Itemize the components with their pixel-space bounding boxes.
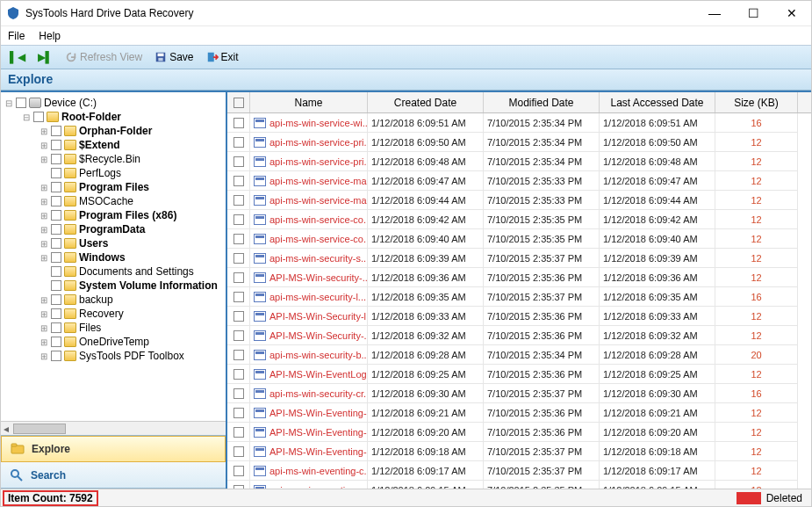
table-row[interactable]: api-ms-win-service-pri...1/12/2018 6:09:…	[227, 152, 811, 171]
row-checkbox[interactable]	[227, 307, 250, 326]
tab-explore[interactable]: Explore	[1, 436, 226, 462]
tree-item[interactable]: ⊞backup	[1, 293, 226, 307]
tree-horizontal-scrollbar[interactable]: ◂	[1, 421, 226, 435]
tree-item[interactable]: ⊟Root-Folder	[1, 110, 226, 124]
table-row[interactable]: API-MS-Win-Security-...1/12/2018 6:09:32…	[227, 326, 811, 345]
row-checkbox[interactable]	[227, 423, 250, 442]
menu-file[interactable]: File	[8, 30, 25, 42]
table-row[interactable]: api-ms-win-service-ma...1/12/2018 6:09:4…	[227, 191, 811, 210]
table-row[interactable]: api-ms-win-service-co...1/12/2018 6:09:4…	[227, 210, 811, 229]
tree-item[interactable]: ⊞Program Files (x86)	[1, 208, 226, 222]
file-icon	[254, 388, 266, 399]
tree-item[interactable]: ⊞Users	[1, 236, 226, 250]
row-checkbox[interactable]	[227, 461, 250, 481]
table-row[interactable]: API-MS-Win-Security-l...1/12/2018 6:09:3…	[227, 307, 811, 326]
table-row[interactable]: api-ms-win-security-b...1/12/2018 6:09:2…	[227, 345, 811, 365]
row-checkbox[interactable]	[227, 229, 250, 249]
row-checkbox[interactable]	[227, 403, 250, 423]
tree-item[interactable]: ⊞Files	[1, 321, 226, 335]
table-row[interactable]: api-ms-win-service-wi...1/12/2018 6:09:5…	[227, 113, 811, 133]
row-checkbox[interactable]	[227, 171, 250, 191]
tree-item[interactable]: ⊞Recovery	[1, 307, 226, 321]
tree-root[interactable]: ⊟ Device (C:)	[1, 96, 226, 110]
menu-help[interactable]: Help	[39, 30, 61, 42]
table-row[interactable]: API-MS-Win-Eventing-...1/12/2018 6:09:21…	[227, 403, 811, 423]
tree-item[interactable]: ⊞Program Files	[1, 180, 226, 194]
col-accessed[interactable]: Last Accessed Date	[600, 92, 715, 112]
maximize-button[interactable]: ☐	[734, 1, 772, 25]
col-name[interactable]: Name	[250, 92, 368, 112]
cell-name: api-ms-win-security-s...	[250, 249, 368, 268]
cell-name: api-ms-win-service-co...	[250, 229, 368, 249]
tree-item[interactable]: ⊞$Extend	[1, 138, 226, 152]
table-row[interactable]: API-MS-Win-Eventing-...1/12/2018 6:09:20…	[227, 423, 811, 442]
row-checkbox[interactable]	[227, 152, 250, 171]
cell-name: api-ms-win-security-l...	[250, 287, 368, 307]
table-row[interactable]: api-ms-win-service-ma...1/12/2018 6:09:4…	[227, 171, 811, 191]
tree-item[interactable]: ⊞ProgramData	[1, 222, 226, 236]
tree-item[interactable]: ⊞PerfLogs	[1, 166, 226, 180]
cell-created: 1/12/2018 6:09:28 AM	[368, 345, 484, 365]
table-row[interactable]: api-ms-win-service-co...1/12/2018 6:09:4…	[227, 229, 811, 249]
close-button[interactable]: ✕	[772, 1, 811, 25]
table-row[interactable]: API-MS-Win-EventLog...1/12/2018 6:09:25 …	[227, 365, 811, 384]
table-row[interactable]: API-MS-Win-security-...1/12/2018 6:09:36…	[227, 268, 811, 287]
row-checkbox[interactable]	[227, 345, 250, 365]
row-checkbox[interactable]	[227, 210, 250, 229]
cell-accessed: 1/12/2018 6:09:28 AM	[600, 345, 715, 365]
row-checkbox[interactable]	[227, 287, 250, 307]
table-row[interactable]: api-ms-win-security-s...1/12/2018 6:09:3…	[227, 249, 811, 268]
cell-modified: 7/10/2015 2:35:34 PM	[484, 345, 600, 365]
file-icon	[254, 234, 266, 244]
cell-created: 1/12/2018 6:09:35 AM	[368, 287, 484, 307]
table-row[interactable]: api-ms-win-security-l...1/12/2018 6:09:3…	[227, 287, 811, 307]
explore-icon	[11, 442, 25, 456]
tree-item[interactable]: ⊞MSOCache	[1, 194, 226, 208]
row-checkbox[interactable]	[227, 326, 250, 345]
table-row[interactable]: API-MS-Win-Eventing-...1/12/2018 6:09:18…	[227, 442, 811, 461]
table-row[interactable]: api-ms-win-service-pri...1/12/2018 6:09:…	[227, 133, 811, 152]
save-button[interactable]: Save	[151, 49, 197, 65]
row-checkbox[interactable]	[227, 191, 250, 210]
col-modified[interactable]: Modified Date	[484, 92, 600, 112]
refresh-button[interactable]: Refresh View	[61, 49, 146, 65]
tree-item[interactable]: ⊞OneDriveTemp	[1, 335, 226, 349]
nav-forward-button[interactable]: ▶▌	[34, 49, 57, 65]
tab-search[interactable]: Search	[1, 462, 226, 489]
refresh-icon	[65, 51, 77, 63]
exit-button[interactable]: Exit	[203, 49, 242, 65]
row-checkbox[interactable]	[227, 133, 250, 152]
cell-name: api-ms-win-security-cr...	[250, 384, 368, 403]
row-checkbox[interactable]	[227, 249, 250, 268]
row-checkbox[interactable]	[227, 365, 250, 384]
cell-accessed: 1/12/2018 6:09:18 AM	[600, 442, 715, 461]
file-icon	[254, 466, 266, 476]
cell-modified: 7/10/2015 2:35:35 PM	[484, 210, 600, 229]
row-checkbox[interactable]	[227, 384, 250, 403]
row-checkbox[interactable]	[227, 442, 250, 461]
tree-item[interactable]: ⊞System Volume Information	[1, 279, 226, 293]
tree-item[interactable]: ⊞Documents and Settings	[1, 264, 226, 279]
col-checkbox[interactable]	[227, 92, 250, 112]
table-row[interactable]: api-ms-win-eventing-c...1/12/2018 6:09:1…	[227, 481, 811, 489]
nav-back-button[interactable]: ▌◀	[6, 49, 29, 65]
table-row[interactable]: api-ms-win-eventing-c...1/12/2018 6:09:1…	[227, 461, 811, 481]
cell-accessed: 1/12/2018 6:09:21 AM	[600, 403, 715, 423]
row-checkbox[interactable]	[227, 481, 250, 489]
cell-modified: 7/10/2015 2:35:36 PM	[484, 307, 600, 326]
tree-item[interactable]: ⊞Orphan-Folder	[1, 124, 226, 138]
table-row[interactable]: api-ms-win-security-cr...1/12/2018 6:09:…	[227, 384, 811, 403]
cell-created: 1/12/2018 6:09:51 AM	[368, 113, 484, 133]
folder-tree[interactable]: ⊟ Device (C:) ⊟Root-Folder ⊞Orphan-Folde…	[1, 92, 226, 421]
file-list-body[interactable]: api-ms-win-service-wi...1/12/2018 6:09:5…	[227, 113, 811, 489]
row-checkbox[interactable]	[227, 113, 250, 133]
col-created[interactable]: Created Date	[368, 92, 484, 112]
col-size[interactable]: Size (KB)	[715, 92, 798, 112]
row-checkbox[interactable]	[227, 268, 250, 287]
minimize-button[interactable]: —	[695, 1, 734, 25]
tree-item[interactable]: ⊞SysTools PDF Toolbox	[1, 349, 226, 363]
file-icon	[254, 137, 266, 148]
tree-item[interactable]: ⊞Windows	[1, 250, 226, 264]
tree-item[interactable]: ⊞$Recycle.Bin	[1, 152, 226, 166]
cell-modified: 7/10/2015 2:35:37 PM	[484, 442, 600, 461]
